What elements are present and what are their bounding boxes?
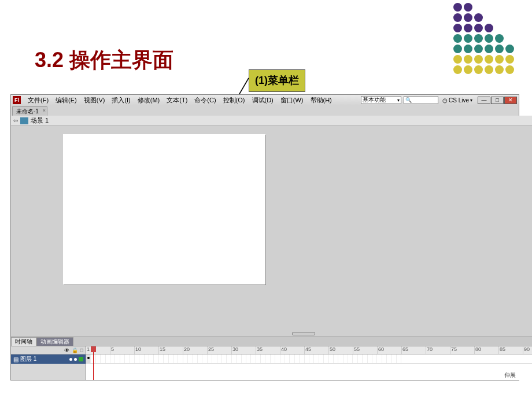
menu-file[interactable]: 文件(F) — [25, 95, 51, 105]
annotation-menubar: (1)菜单栏 — [249, 69, 305, 92]
document-tab-bar: 未命名-1 × — [11, 105, 519, 116]
playhead[interactable] — [93, 346, 94, 380]
workspace-switcher[interactable]: 基本功能 — [361, 96, 401, 104]
menu-text[interactable]: 文本(T) — [164, 95, 190, 105]
search-field[interactable] — [404, 96, 438, 104]
layer-row[interactable]: ▤图层 1 — [11, 354, 86, 364]
stage-area[interactable] — [11, 126, 532, 337]
cslive-button[interactable]: ◷CS Live▾ — [441, 97, 474, 104]
flash-logo-icon: Fl — [13, 96, 21, 104]
window-minimize-button[interactable]: — — [478, 97, 490, 104]
lock-icon[interactable]: 🔒 — [72, 348, 78, 353]
scene-icon — [20, 117, 28, 124]
layer-panel: 👁 🔒 □ ▤图层 1 — [11, 346, 86, 380]
menu-commands[interactable]: 命令(C) — [192, 95, 218, 105]
scene-back-icon[interactable]: ⇦ — [13, 117, 18, 124]
window-maximize-button[interactable]: □ — [491, 97, 504, 104]
close-tab-icon[interactable]: × — [43, 108, 46, 113]
menu-debug[interactable]: 调试(D) — [250, 95, 276, 105]
tab-motion-editor[interactable]: 动画编辑器 — [36, 337, 73, 346]
window-close-button[interactable]: ✕ — [504, 97, 517, 104]
menu-insert[interactable]: 插入(I) — [109, 95, 132, 105]
visibility-icon[interactable]: 👁 — [64, 348, 69, 353]
menu-view[interactable]: 视图(V) — [82, 95, 108, 105]
menu-edit[interactable]: 编辑(E) — [53, 95, 79, 105]
outline-icon[interactable]: □ — [80, 348, 83, 353]
menu-bar: Fl 文件(F) 编辑(E) 视图(V) 插入(I) 修改(M) 文本(T) 命… — [11, 95, 519, 105]
layer-name: 图层 1 — [20, 355, 36, 363]
frames-area[interactable]: 1510152025303540455055606570758085909510… — [86, 346, 532, 380]
menu-control[interactable]: 控制(O) — [221, 95, 247, 105]
scene-name[interactable]: 场景 1 — [31, 116, 49, 125]
document-tab[interactable]: 未命名-1 × — [12, 106, 47, 116]
frame-ruler: 1510152025303540455055606570758085909510… — [86, 346, 532, 354]
decorative-dots — [453, 3, 516, 76]
document-tab-label: 未命名-1 — [16, 108, 39, 116]
layer-header: 👁 🔒 □ — [11, 346, 86, 354]
flash-window: Fl 文件(F) 编辑(E) 视图(V) 插入(I) 修改(M) 文本(T) 命… — [10, 94, 519, 380]
expand-label[interactable]: 伸展 — [504, 371, 516, 379]
panel-resize-handle[interactable] — [292, 332, 315, 335]
slide-title: 3.2 操作主界面 — [35, 46, 173, 75]
scene-bar: ⇦ 场景 1 🎬 ⚙ 100% — [11, 116, 532, 126]
stage-column: ⇦ 场景 1 🎬 ⚙ 100% 时间轴 动画编辑器 — [11, 116, 532, 380]
tab-timeline[interactable]: 时间轴 — [11, 337, 36, 346]
menu-window[interactable]: 窗口(W) — [278, 95, 306, 105]
stage-canvas[interactable] — [63, 134, 265, 285]
frame-row[interactable] — [86, 354, 532, 364]
menu-modify[interactable]: 修改(M) — [135, 95, 162, 105]
timeline-panel: 时间轴 动画编辑器 👁 🔒 □ ▤图层 1 — [11, 337, 532, 380]
menu-help[interactable]: 帮助(H) — [308, 95, 334, 105]
